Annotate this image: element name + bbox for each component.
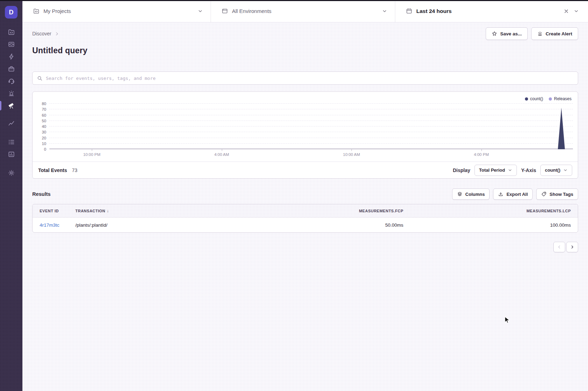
download-icon xyxy=(498,191,504,197)
legend-dot-icon xyxy=(549,97,552,101)
x-axis-tick-mark xyxy=(351,149,352,151)
projects-icon xyxy=(33,8,40,14)
display-select[interactable]: Total Period xyxy=(474,165,517,176)
project-selector[interactable]: My Projects xyxy=(22,0,211,22)
total-events-value: 73 xyxy=(72,167,77,173)
sidebar-item-dashboards[interactable] xyxy=(0,117,22,130)
x-axis-tick-label: 4:00 AM xyxy=(214,152,229,157)
sidebar-item-alerts[interactable] xyxy=(0,87,22,100)
environments-icon xyxy=(221,8,228,14)
total-events-label: Total Events xyxy=(38,167,67,173)
columns-button[interactable]: Columns xyxy=(452,188,490,200)
y-axis-tick-label: 80 xyxy=(42,102,46,106)
gridline xyxy=(49,143,573,144)
results-table: EVENT ID TRANSACTION↓ MEASUREMENTS.FCP M… xyxy=(32,204,578,233)
calendar-icon xyxy=(406,8,412,14)
siren-icon xyxy=(537,31,543,36)
lcp-cell: 100.00ms xyxy=(410,222,571,228)
sidebar-item-discover[interactable] xyxy=(0,100,22,112)
create-alert-button[interactable]: Create Alert xyxy=(531,27,578,40)
x-axis-tick-mark xyxy=(222,149,222,151)
sidebar-item-monitors[interactable] xyxy=(0,136,22,148)
sidebar-item-performance[interactable] xyxy=(0,50,22,63)
next-page-button[interactable] xyxy=(566,242,578,252)
topbar: My Projects All Environments Last 24 hou… xyxy=(22,0,588,22)
org-avatar[interactable]: D xyxy=(5,6,18,19)
column-header-measurements-lcp[interactable]: MEASUREMENTS.LCP xyxy=(410,209,571,213)
chevron-down-icon xyxy=(382,8,387,14)
legend-dot-icon xyxy=(525,97,528,101)
pagination xyxy=(32,242,578,252)
search-icon xyxy=(37,75,43,81)
gridline xyxy=(49,121,573,121)
performance-icon xyxy=(8,53,15,60)
search-input[interactable] xyxy=(46,76,574,81)
export-all-button[interactable]: Export All xyxy=(493,188,533,200)
x-axis-tick-label: 10:00 PM xyxy=(83,152,100,157)
chevron-right-icon xyxy=(55,32,59,36)
feedback-icon xyxy=(8,77,15,85)
sidebar-item-issues[interactable] xyxy=(0,38,22,50)
tag-icon xyxy=(541,191,547,197)
sidebar-item-stats[interactable] xyxy=(0,148,22,160)
previous-page-button[interactable] xyxy=(553,242,565,252)
legend-item-count[interactable]: count() xyxy=(525,96,543,101)
event-id-link[interactable]: 4r17m3tc xyxy=(40,222,68,228)
x-axis-tick-label: 4:00 PM xyxy=(474,152,489,157)
yaxis-label: Y-Axis xyxy=(521,167,536,173)
y-axis-tick-label: 50 xyxy=(42,119,46,123)
stats-icon xyxy=(8,151,15,158)
gridline xyxy=(49,138,573,138)
monitors-icon xyxy=(8,138,15,146)
y-axis-tick-label: 10 xyxy=(42,142,46,146)
column-header-event-id[interactable]: EVENT ID xyxy=(40,209,68,213)
page-title: Untitled query xyxy=(32,46,578,55)
events-chart: count()Releases 0102030405060708010:00 P… xyxy=(33,92,578,162)
gridline xyxy=(49,115,573,115)
events-chart-panel: count()Releases 0102030405060708010:00 P… xyxy=(32,91,578,179)
legend-item-releases[interactable]: Releases xyxy=(549,96,572,101)
table-header-row: EVENT ID TRANSACTION↓ MEASUREMENTS.FCP M… xyxy=(33,204,578,218)
y-axis-tick-label: 60 xyxy=(42,113,46,117)
breadcrumb-discover-link[interactable]: Discover xyxy=(32,31,51,36)
results-heading: Results xyxy=(32,191,50,197)
yaxis-select[interactable]: count() xyxy=(540,165,572,176)
gridline xyxy=(49,132,573,132)
gridline xyxy=(49,109,573,109)
sidebar-item-projects[interactable] xyxy=(0,26,22,38)
table-row: 4r17m3tc /plants/:plantId/ 50.00ms 100.0… xyxy=(33,218,578,232)
fcp-cell: 50.00ms xyxy=(243,222,403,228)
y-axis-tick-label: 20 xyxy=(42,136,46,140)
chevron-down-icon[interactable] xyxy=(574,8,579,14)
dashboards-icon xyxy=(8,120,15,127)
star-icon xyxy=(492,31,497,36)
chevron-down-icon xyxy=(508,168,512,172)
gridline xyxy=(49,103,573,104)
column-header-measurements-fcp[interactable]: MEASUREMENTS.FCP xyxy=(243,209,403,213)
sidebar-item-releases[interactable] xyxy=(0,63,22,75)
window-top-edge xyxy=(0,0,588,1)
save-as-button[interactable]: Save as... xyxy=(486,27,528,40)
sidebar-item-user-feedback[interactable] xyxy=(0,75,22,87)
clear-date-icon[interactable] xyxy=(563,8,569,14)
show-tags-button[interactable]: Show Tags xyxy=(536,188,578,200)
count-series-spike xyxy=(558,108,565,149)
sidebar: D xyxy=(0,0,22,391)
main-content: Save as... Create Alert Discover Untitle… xyxy=(22,22,588,391)
issues-icon xyxy=(8,41,15,48)
y-axis-tick-label: 30 xyxy=(42,130,46,134)
transaction-cell: /plants/:plantId/ xyxy=(75,222,236,228)
x-axis-tick-label: 10:00 AM xyxy=(343,152,360,157)
gridline xyxy=(49,149,573,149)
environment-selector[interactable]: All Environments xyxy=(211,0,395,22)
project-selector-label: My Projects xyxy=(43,8,71,14)
column-header-transaction[interactable]: TRANSACTION↓ xyxy=(75,208,236,213)
chart-footer: Total Events 73 Display Total Period Y-A… xyxy=(33,162,578,178)
chart-legend: count()Releases xyxy=(525,96,572,101)
gridline xyxy=(49,126,573,126)
sidebar-item-settings[interactable] xyxy=(0,167,22,179)
search-bar xyxy=(32,71,578,85)
discover-icon xyxy=(8,102,15,109)
chevron-down-icon xyxy=(563,168,568,172)
date-range-selector[interactable]: Last 24 hours xyxy=(395,0,588,22)
